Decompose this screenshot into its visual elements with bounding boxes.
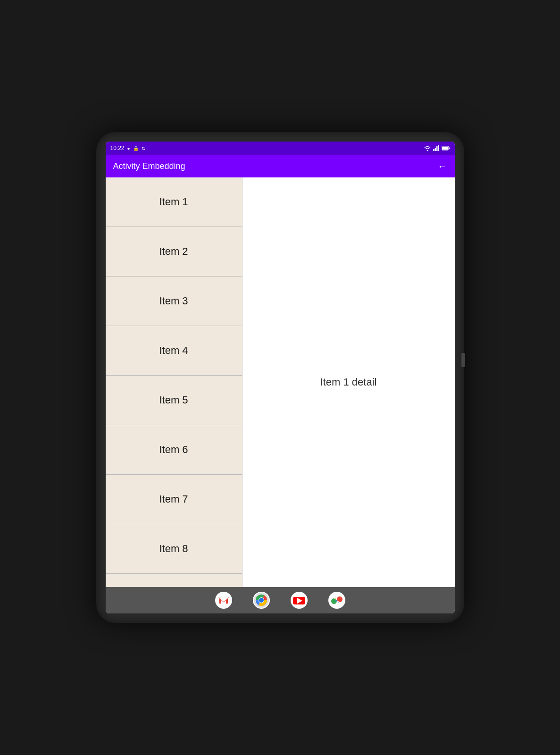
youtube-icon (291, 592, 308, 609)
svg-rect-5 (442, 147, 448, 150)
list-item[interactable]: Item 4 (106, 326, 242, 376)
bottom-nav (106, 587, 455, 613)
list-item-label: Item 4 (159, 344, 188, 357)
status-right (424, 145, 450, 151)
clock: 10:22 (110, 145, 125, 151)
chrome-button[interactable] (252, 591, 271, 610)
list-panel: Item 1 Item 2 Item 3 Item 4 Item 5 Item … (106, 177, 242, 587)
photos-button[interactable] (327, 591, 346, 610)
list-item-label: Item 6 (159, 444, 188, 456)
list-item[interactable]: Item 1 (106, 177, 242, 227)
photos-icon (328, 592, 345, 609)
chrome-icon (253, 592, 270, 609)
list-item[interactable]: Item 5 (106, 376, 242, 425)
list-item-label: Item 3 (159, 295, 188, 307)
signal-icon (433, 145, 440, 151)
notification-icon-1: ● (127, 146, 130, 151)
svg-rect-6 (449, 148, 450, 149)
youtube-button[interactable] (290, 591, 309, 610)
list-item-label: Item 5 (159, 394, 188, 406)
svg-point-12 (259, 598, 264, 603)
svg-rect-2 (436, 146, 438, 151)
gmail-icon (215, 592, 232, 609)
status-left: 10:22 ● 🔒 ⇅ (110, 145, 145, 151)
svg-rect-0 (433, 149, 435, 151)
list-item[interactable]: Item 3 (106, 277, 242, 326)
notification-icon-2: 🔒 (133, 146, 139, 151)
battery-icon (442, 146, 450, 151)
device-screen: 10:22 ● 🔒 ⇅ (106, 142, 455, 613)
gmail-button[interactable] (214, 591, 233, 610)
content-area: Item 1 Item 2 Item 3 Item 4 Item 5 Item … (106, 177, 455, 587)
detail-panel: Item 1 detail (242, 177, 455, 587)
device-frame: 10:22 ● 🔒 ⇅ (96, 132, 464, 623)
list-item-label: Item 1 (159, 196, 188, 208)
app-bar: Activity Embedding ← (106, 155, 455, 177)
list-item[interactable]: Item 9 (106, 574, 242, 587)
list-item[interactable]: Item 6 (106, 425, 242, 475)
list-item[interactable]: Item 2 (106, 227, 242, 277)
list-item[interactable]: Item 7 (106, 475, 242, 524)
side-button (461, 353, 465, 367)
notification-icon-3: ⇅ (142, 146, 145, 151)
svg-rect-1 (435, 148, 436, 151)
detail-text: Item 1 detail (320, 376, 377, 388)
list-item-label: Item 2 (159, 245, 188, 258)
wifi-icon (424, 145, 431, 151)
list-item-label: Item 7 (159, 493, 188, 505)
svg-rect-3 (438, 145, 439, 151)
back-button[interactable]: ← (438, 161, 447, 172)
status-bar: 10:22 ● 🔒 ⇅ (106, 142, 455, 155)
list-item-label: Item 8 (159, 543, 188, 555)
app-bar-title: Activity Embedding (113, 161, 428, 171)
list-item[interactable]: Item 8 (106, 524, 242, 574)
